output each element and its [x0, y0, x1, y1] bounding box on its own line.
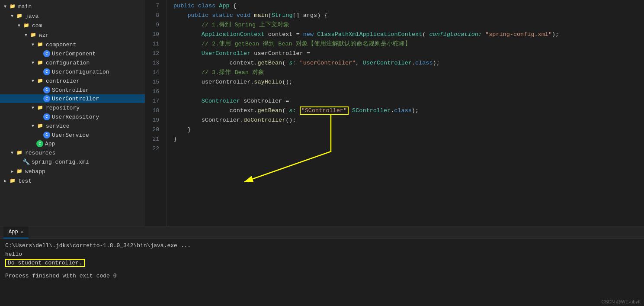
line-num-15: 15 [145, 77, 163, 87]
line-num-11: 11 [145, 39, 163, 48]
code-line-20: } [173, 125, 644, 134]
code-editor[interactable]: ▶7 ▶8 9 10 11 12 13 14 15 16 17 18 19 20… [145, 0, 644, 226]
folder-icon: 📁 [22, 22, 30, 29]
expand-arrow: ▼ [29, 42, 36, 47]
code-content: public class App { public static void ma… [167, 0, 644, 226]
sidebar-item-label: UserComponent [52, 51, 96, 57]
sidebar-item-configuration[interactable]: ▼ 📁 configuration [0, 58, 145, 68]
sidebar-item-label: resources [25, 150, 55, 156]
terminal-blank [5, 267, 639, 271]
expand-arrow: ▼ [9, 151, 16, 155]
sidebar-item-App[interactable]: C App [0, 139, 145, 148]
code-line-17: SController sController = [173, 96, 644, 106]
code-line-18: context.getBean( s: "SController" SContr… [173, 106, 644, 115]
sidebar-item-component[interactable]: ▼ 📁 component [0, 40, 145, 49]
line-num-9: 9 [145, 20, 163, 29]
sidebar-item-label: UserController [52, 96, 99, 102]
sidebar-item-controller[interactable]: ▼ 📁 controller [0, 76, 145, 86]
line-num-17: 17 [145, 96, 163, 106]
line-num-21: 21 [145, 134, 163, 144]
expand-arrow: ▼ [16, 23, 22, 28]
scontroller-highlight: "SController" [300, 106, 349, 115]
sidebar-item-UserRepository[interactable]: C UserRepository [0, 113, 145, 121]
expand-arrow: ▼ [29, 61, 36, 65]
sidebar-item-label: com [32, 23, 42, 29]
line-num-13: 13 [145, 58, 163, 68]
folder-icon: 📁 [16, 12, 23, 20]
watermark: CSDN @WE-ubytt [601, 299, 641, 304]
sidebar-item-UserService[interactable]: C UserService [0, 131, 145, 139]
tab-label: App [9, 229, 18, 235]
sidebar-item-service[interactable]: ▼ 📁 service [0, 121, 145, 131]
line-num-22: 22 [145, 144, 163, 153]
tab-close-icon[interactable]: ✕ [21, 229, 23, 235]
sidebar-item-java[interactable]: ▼ 📁 java [0, 11, 145, 21]
sidebar-item-label: configuration [46, 60, 90, 66]
expand-arrow: ▼ [29, 106, 36, 110]
tab-bar: App ✕ [0, 226, 644, 238]
sidebar-item-test[interactable]: ▶ 📁 test [0, 176, 145, 186]
code-line-16 [173, 87, 644, 96]
folder-icon: 📁 [36, 41, 44, 48]
sidebar-item-label: repository [46, 105, 80, 111]
code-line-19: sController.doController(); [173, 115, 644, 125]
code-line-10: ApplicationContext context = new ClassPa… [173, 29, 644, 39]
terminal-exit-line: Process finished with exit code 0 [5, 271, 639, 280]
line-num-14: 14 [145, 68, 163, 77]
terminal-command-line: C:\Users\dell\.jdks\corretto-1.8.0_342\b… [5, 241, 639, 250]
sidebar-item-main[interactable]: ▼ 📁 main [0, 2, 145, 11]
class-icon: C [43, 132, 50, 139]
folder-icon: 📁 [9, 3, 16, 10]
code-line-14: // 3.操作 Bean 对象 [173, 68, 644, 77]
folder-icon: 📁 [36, 59, 44, 67]
line-num-16: 16 [145, 87, 163, 96]
class-icon: C [43, 87, 50, 93]
code-line-11: // 2.使用 getBean 得到 Bean 对象【使用注解默认的命名规则是小… [173, 39, 644, 48]
sidebar-item-label: UserConfiguration [52, 69, 109, 75]
sidebar-item-repository[interactable]: ▼ 📁 repository [0, 103, 145, 113]
sidebar-item-label: main [18, 3, 32, 10]
sidebar-item-resources[interactable]: ▼ 📁 resources [0, 148, 145, 158]
sidebar-item-label: App [45, 141, 55, 147]
folder-icon: 📁 [16, 167, 23, 175]
code-line-13: context.getBean( s: "userController", Us… [173, 58, 644, 68]
sidebar-item-label: UserRepository [52, 114, 99, 120]
folder-icon: 📁 [16, 149, 23, 157]
tab-app[interactable]: App ✕ [3, 226, 29, 238]
folder-icon: 📁 [36, 122, 44, 130]
folder-icon: 📁 [29, 31, 37, 39]
main-area: ▼ 📁 main ▼ 📁 java ▼ 📁 com ▼ 📁 wzr ▼ 📁 co… [0, 0, 644, 226]
sidebar-item-webapp[interactable]: ▶ 📁 webapp [0, 167, 145, 176]
sidebar-item-UserController[interactable]: C UserController [0, 94, 145, 103]
terminal-output-controller: Do student controller. [5, 258, 639, 267]
line-num-18: 18 [145, 106, 163, 115]
code-line-12: UserController userController = [173, 48, 644, 58]
folder-icon: 📁 [36, 77, 44, 85]
sidebar-item-SController[interactable]: C SController [0, 86, 145, 94]
sidebar-item-label: spring-config.xml [32, 159, 89, 165]
expand-arrow: ▼ [9, 14, 16, 19]
sidebar-item-wzr[interactable]: ▼ 📁 wzr [0, 30, 145, 40]
class-icon: C [43, 113, 50, 120]
code-line-9: // 1.得到 Spring 上下文对象 [173, 20, 644, 29]
sidebar-item-label: webapp [25, 168, 45, 175]
sidebar-item-label: test [18, 178, 32, 184]
expand-arrow: ▶ [2, 178, 9, 184]
line-num-10: 10 [145, 29, 163, 39]
sidebar-item-com[interactable]: ▼ 📁 com [0, 21, 145, 30]
sidebar-item-UserConfiguration[interactable]: C UserConfiguration [0, 68, 145, 76]
sidebar-item-label: component [46, 42, 76, 48]
folder-icon: 📁 [9, 177, 16, 185]
sidebar-item-spring-config[interactable]: 🔧 spring-config.xml [0, 158, 145, 167]
code-line-21: } [173, 134, 644, 144]
expand-arrow: ▼ [29, 124, 36, 129]
expand-arrow: ▶ [9, 169, 16, 174]
terminal-output[interactable]: C:\Users\dell\.jdks\corretto-1.8.0_342\b… [0, 238, 644, 306]
sidebar-item-UserComponent[interactable]: C UserComponent [0, 49, 145, 58]
terminal-output-hello: hello [5, 250, 639, 258]
command-text: C:\Users\dell\.jdks\corretto-1.8.0_342\b… [5, 242, 191, 249]
line-num-7: ▶7 [145, 1, 163, 10]
line-num-19: 19 [145, 115, 163, 125]
folder-icon: 📁 [36, 104, 44, 112]
output-hello: hello [5, 251, 22, 258]
